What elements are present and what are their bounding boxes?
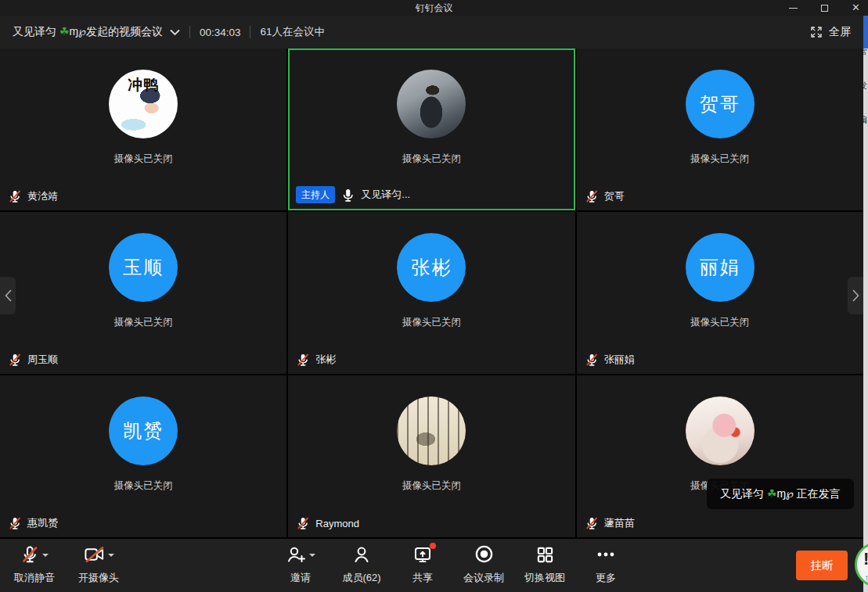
background-window-edge-blue (863, 16, 868, 48)
participant-grid: 冲鸭 摄像头已关闭 黄浛靖 摄像头已关闭 主持人 又见译匀... (0, 48, 863, 537)
mic-muted-icon (296, 516, 310, 530)
maximize-button[interactable] (821, 5, 828, 12)
avatar-initials: 丽娟 (700, 255, 740, 280)
meeting-title-dropdown[interactable]: 又见译匀 ☘ɱ℘发起的视频会议 (13, 25, 180, 39)
participant-tile[interactable]: 张彬 摄像头已关闭 张彬 (288, 212, 574, 374)
participant-tile[interactable]: 凯赟 摄像头已关闭 惠凯赟 (0, 375, 286, 537)
grid-view-icon (536, 546, 554, 566)
unmute-button[interactable]: 取消静音 (14, 546, 55, 585)
share-button[interactable]: 共享 (402, 546, 443, 585)
edge-text-fragment: 发 (863, 80, 868, 91)
record-button[interactable]: 会议录制 (463, 546, 504, 585)
mic-muted-icon (585, 353, 599, 367)
avatar-initials: 贺哥 (700, 91, 740, 117)
camera-on-button[interactable]: 开摄像头 (78, 546, 119, 585)
hangup-button[interactable]: 挂断 (796, 551, 848, 580)
participant-name: 贺哥 (604, 189, 625, 203)
camera-status: 摄像头已关闭 (402, 152, 461, 166)
meeting-title: 又见译匀 ☘ɱ℘发起的视频会议 (13, 25, 163, 39)
avatar: 冲鸭 (109, 70, 178, 138)
bottom-toolbar: 取消静音 开摄像头 邀请 成 (0, 537, 863, 592)
more-button[interactable]: 更多 (585, 546, 626, 585)
participant-tile[interactable]: 冲鸭 摄像头已关闭 黄浛靖 (0, 48, 286, 210)
record-icon (474, 544, 494, 566)
switch-view-button[interactable]: 切换视图 (524, 546, 565, 585)
avatar: 玉顺 (109, 233, 178, 302)
participant-tile[interactable]: 玉顺 摄像头已关闭 周玉顺 (0, 212, 286, 374)
close-button[interactable]: ✕ (852, 0, 860, 16)
avatar (397, 396, 466, 465)
avatar: 贺哥 (686, 70, 755, 138)
expand-icon (810, 26, 823, 38)
meeting-window: 钉钉会议 ✕ 又见译匀 ☘ɱ℘发起的视频会议 00:34:03 61人在会议中 … (0, 0, 868, 592)
camera-status: 摄像头已关闭 (114, 316, 173, 329)
more-label: 更多 (596, 571, 616, 585)
invite-label: 邀请 (290, 571, 311, 585)
camera-status: 摄像头已关闭 (690, 316, 749, 329)
participant-name: 惠凯赟 (27, 516, 58, 530)
notification-dot (430, 543, 436, 549)
camera-off-icon (84, 545, 105, 566)
share-screen-icon (413, 545, 432, 566)
clover-icon: ☘ (767, 487, 777, 500)
attendee-count: 61人在会议中 (260, 25, 325, 39)
avatar: 凯赟 (109, 396, 178, 465)
members-button[interactable]: 成员(62) (341, 546, 382, 585)
camera-status: 摄像头已关闭 (402, 316, 461, 329)
members-icon (352, 545, 371, 566)
participant-tile[interactable]: 摄像头已关闭 蘧苗苗 (577, 375, 863, 537)
caret-down-icon[interactable] (108, 554, 114, 560)
participant-tile[interactable]: 丽娟 摄像头已关闭 张丽娟 (577, 212, 863, 374)
more-dots-icon (596, 545, 616, 566)
divider (189, 26, 190, 38)
camera-status: 摄像头已关闭 (114, 152, 173, 166)
avatar (397, 70, 466, 138)
caret-down-icon[interactable] (309, 554, 315, 560)
camera-label: 开摄像头 (78, 571, 119, 585)
chevron-left-icon (5, 289, 12, 302)
background-window-edge: 营 发 编 (863, 16, 868, 592)
chevron-down-icon (170, 29, 180, 36)
meeting-info-bar: 又见译匀 ☘ɱ℘发起的视频会议 00:34:03 61人在会议中 全屏 (0, 16, 863, 48)
participant-name: 周玉顺 (27, 353, 58, 367)
avatar: 丽娟 (686, 233, 755, 302)
avatar-initials: 凯赟 (123, 418, 164, 443)
participant-name: 张丽娟 (604, 353, 635, 367)
host-badge: 主持人 (296, 186, 335, 203)
participant-tile[interactable]: 摄像头已关闭 Raymond (288, 375, 574, 537)
avatar-initials: 玉顺 (123, 255, 164, 280)
avatar-caption: 冲鸭 (109, 75, 178, 95)
fullscreen-button[interactable]: 全屏 (810, 25, 851, 39)
camera-status: 摄像头已关闭 (114, 479, 173, 493)
avatar (686, 396, 755, 465)
mic-muted-icon (8, 516, 22, 530)
invite-person-icon (286, 545, 306, 566)
camera-status: 摄像头已关闭 (690, 152, 749, 166)
mic-muted-icon (585, 189, 599, 203)
unmute-label: 取消静音 (14, 571, 55, 585)
window-title: 钉钉会议 (0, 0, 868, 16)
speaking-toast: 又见译匀 ☘ɱ℘ 正在发言 (707, 479, 854, 509)
floating-widget-glyph: ! (863, 549, 868, 569)
invite-button[interactable]: 邀请 (280, 546, 321, 585)
members-label: 成员(62) (342, 571, 380, 585)
clover-icon: ☘ (59, 25, 70, 38)
participant-tile[interactable]: 贺哥 摄像头已关闭 贺哥 (577, 48, 863, 210)
camera-status: 摄像头已关闭 (402, 479, 461, 493)
participant-name: Raymond (315, 518, 359, 529)
arrow-up-icon: ↑ (864, 572, 868, 583)
record-label: 会议录制 (463, 571, 504, 585)
participant-name: 蘧苗苗 (604, 516, 635, 530)
participant-name: 张彬 (315, 353, 336, 367)
chevron-right-icon (852, 289, 859, 302)
mic-muted-icon (585, 516, 599, 530)
participant-name: 又见译匀... (361, 188, 410, 202)
fullscreen-label: 全屏 (829, 25, 851, 39)
window-titlebar: 钉钉会议 ✕ (0, 0, 868, 16)
caret-down-icon[interactable] (42, 554, 49, 560)
next-page-button[interactable] (848, 277, 863, 314)
previous-page-button[interactable] (0, 277, 16, 314)
participant-tile-active-speaker[interactable]: 摄像头已关闭 主持人 又见译匀... (288, 48, 574, 210)
edge-text-fragment: 编 (863, 114, 868, 126)
minimize-button[interactable] (789, 8, 798, 9)
